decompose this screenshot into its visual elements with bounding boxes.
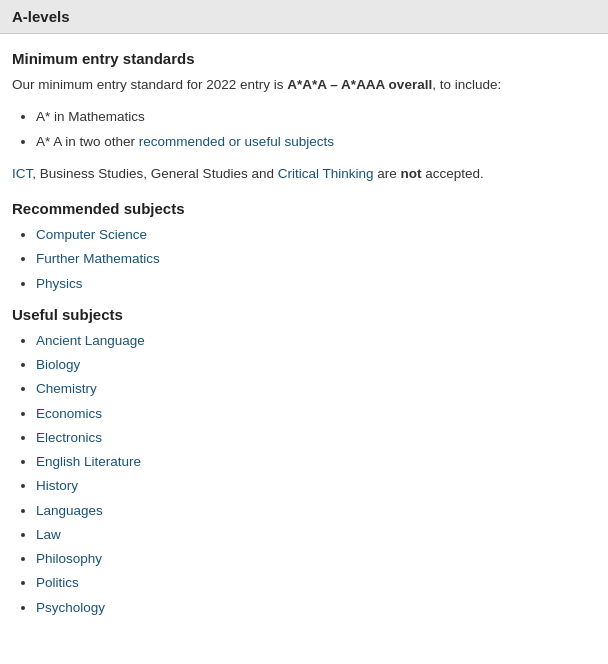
list-item-math-text: A* in Mathematics	[36, 109, 145, 124]
critical-thinking-link[interactable]: Critical Thinking	[278, 166, 374, 181]
politics-link[interactable]: Politics	[36, 575, 79, 590]
intro-text-after: , to include:	[432, 77, 501, 92]
useful-section: Useful subjects Ancient Language Biology…	[12, 306, 596, 618]
page-title: A-levels	[12, 8, 596, 25]
ict-link[interactable]: ICT	[12, 166, 32, 181]
intro-text-before: Our minimum entry standard for 2022 entr…	[12, 77, 287, 92]
history-link[interactable]: History	[36, 478, 78, 493]
list-item: Law	[36, 525, 596, 545]
list-item: Further Mathematics	[36, 249, 596, 269]
minimum-entry-section: Minimum entry standards Our minimum entr…	[12, 50, 596, 184]
physics-link[interactable]: Physics	[36, 276, 83, 291]
law-link[interactable]: Law	[36, 527, 61, 542]
minimum-entry-list: A* in Mathematics A* A in two other reco…	[36, 107, 596, 152]
ancient-language-link[interactable]: Ancient Language	[36, 333, 145, 348]
english-literature-link[interactable]: English Literature	[36, 454, 141, 469]
header-bar: A-levels	[0, 0, 608, 34]
list-item: Biology	[36, 355, 596, 375]
computer-science-link[interactable]: Computer Science	[36, 227, 147, 242]
electronics-link[interactable]: Electronics	[36, 430, 102, 445]
biology-link[interactable]: Biology	[36, 357, 80, 372]
list-item: History	[36, 476, 596, 496]
list-item-other-subjects: A* A in two other recommended or useful …	[36, 132, 596, 152]
useful-list: Ancient Language Biology Chemistry Econo…	[36, 331, 596, 618]
list-item: English Literature	[36, 452, 596, 472]
recommended-section: Recommended subjects Computer Science Fu…	[12, 200, 596, 294]
list-item: Electronics	[36, 428, 596, 448]
list-item: Physics	[36, 274, 596, 294]
chemistry-link[interactable]: Chemistry	[36, 381, 97, 396]
psychology-link[interactable]: Psychology	[36, 600, 105, 615]
list-item: Philosophy	[36, 549, 596, 569]
list-item: Computer Science	[36, 225, 596, 245]
philosophy-link[interactable]: Philosophy	[36, 551, 102, 566]
languages-link[interactable]: Languages	[36, 503, 103, 518]
business-studies-text: Business Studies	[40, 166, 144, 181]
not-accepted-paragraph: ICT, Business Studies, General Studies a…	[12, 164, 596, 184]
list-item: Politics	[36, 573, 596, 593]
list-item-other-text: A* A in two other recommended or useful …	[36, 134, 334, 149]
further-mathematics-link[interactable]: Further Mathematics	[36, 251, 160, 266]
recommended-list: Computer Science Further Mathematics Phy…	[36, 225, 596, 294]
content-area: Minimum entry standards Our minimum entr…	[0, 34, 608, 646]
list-item: Ancient Language	[36, 331, 596, 351]
list-item: Economics	[36, 404, 596, 424]
grade-bold: A*A*A – A*AAA overall	[287, 77, 432, 92]
list-item-mathematics: A* in Mathematics	[36, 107, 596, 127]
list-item: Chemistry	[36, 379, 596, 399]
recommended-useful-link[interactable]: recommended or useful subjects	[139, 134, 334, 149]
general-studies-text: General Studies	[151, 166, 248, 181]
useful-title: Useful subjects	[12, 306, 596, 323]
recommended-title: Recommended subjects	[12, 200, 596, 217]
minimum-entry-title: Minimum entry standards	[12, 50, 596, 67]
list-item: Languages	[36, 501, 596, 521]
list-item: Psychology	[36, 598, 596, 618]
not-bold: not	[401, 166, 422, 181]
intro-paragraph: Our minimum entry standard for 2022 entr…	[12, 75, 596, 95]
economics-link[interactable]: Economics	[36, 406, 102, 421]
